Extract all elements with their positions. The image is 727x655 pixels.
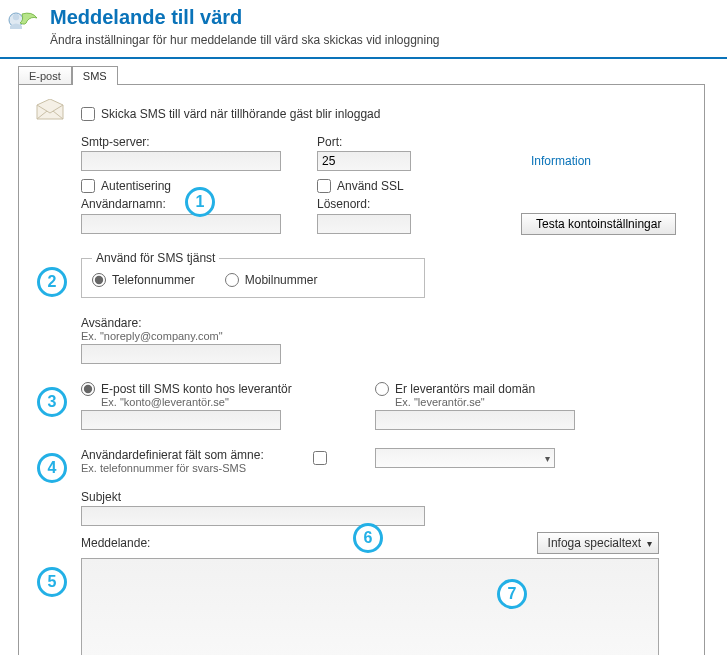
user-defined-subject-checkbox[interactable] xyxy=(313,451,327,465)
provider-mail-domain-input[interactable] xyxy=(375,410,575,430)
envelope-icon xyxy=(35,99,65,124)
chevron-down-icon: ▾ xyxy=(545,453,550,464)
use-ssl-checkbox[interactable] xyxy=(317,179,331,193)
smtp-server-input[interactable] xyxy=(81,151,281,171)
use-ssl-label: Använd SSL xyxy=(337,179,404,193)
sms-account-email-input[interactable] xyxy=(81,410,281,430)
smtp-server-label: Smtp-server: xyxy=(81,135,317,149)
tab-sms[interactable]: SMS xyxy=(72,66,118,85)
phone-number-radio-label: Telefonnummer xyxy=(112,273,195,287)
provider-mail-domain-radio[interactable] xyxy=(375,382,389,396)
annotation-7: 7 xyxy=(497,579,527,609)
username-input[interactable] xyxy=(81,214,281,234)
tab-email[interactable]: E-post xyxy=(18,66,72,85)
password-label: Lösenord: xyxy=(317,197,491,211)
user-defined-subject-label: Användardefinierat fält som ämne: xyxy=(81,448,313,462)
send-sms-checkbox[interactable] xyxy=(81,107,95,121)
tab-strip: E-post SMS xyxy=(18,65,727,84)
provider-mail-domain-hint: Ex. "leverantör.se" xyxy=(375,396,575,408)
sms-account-email-radio[interactable] xyxy=(81,382,95,396)
mobile-number-radio[interactable] xyxy=(225,273,239,287)
page-title: Meddelande till värd xyxy=(50,6,440,29)
mobile-number-radio-label: Mobilnummer xyxy=(245,273,318,287)
port-input[interactable] xyxy=(317,151,411,171)
authentication-label: Autentisering xyxy=(101,179,171,193)
sender-input[interactable] xyxy=(81,344,281,364)
page-subtitle: Ändra inställningar för hur meddelande t… xyxy=(50,33,440,47)
sender-label: Avsändare: xyxy=(81,316,686,330)
annotation-3: 3 xyxy=(37,387,67,417)
user-defined-subject-combobox[interactable]: ▾ xyxy=(375,448,555,468)
page-header: Meddelande till värd Ändra inställningar… xyxy=(0,0,727,59)
authentication-checkbox[interactable] xyxy=(81,179,95,193)
chevron-down-icon: ▾ xyxy=(647,538,652,549)
sender-hint: Ex. "noreply@company.com" xyxy=(81,330,686,342)
sms-account-email-radio-label: E-post till SMS konto hos leverantör xyxy=(101,382,292,396)
insert-special-text-button[interactable]: Infoga specialtext ▾ xyxy=(537,532,659,554)
annotation-4: 4 xyxy=(37,453,67,483)
svg-point-1 xyxy=(13,14,19,20)
subject-label: Subjekt xyxy=(81,490,686,504)
message-label: Meddelande: xyxy=(81,536,150,550)
send-sms-label: Skicka SMS till värd när tillhörande gäs… xyxy=(101,107,380,121)
annotation-6: 6 xyxy=(353,523,383,553)
port-label: Port: xyxy=(317,135,491,149)
subject-input[interactable] xyxy=(81,506,425,526)
user-defined-subject-hint: Ex. telefonnummer för svars-SMS xyxy=(81,462,313,474)
sms-settings-pane: 1 2 3 4 5 6 7 Skicka SMS till värd när t… xyxy=(18,84,705,655)
sms-service-fieldset: Använd för SMS tjänst Telefonnummer Mobi… xyxy=(81,251,425,298)
test-account-settings-button[interactable]: Testa kontoinställningar xyxy=(521,213,676,235)
message-textarea[interactable] xyxy=(81,558,659,655)
sms-service-legend: Använd för SMS tjänst xyxy=(92,251,219,265)
provider-mail-domain-radio-label: Er leverantörs mail domän xyxy=(395,382,535,396)
information-link[interactable]: Information xyxy=(531,154,591,168)
phone-number-radio[interactable] xyxy=(92,273,106,287)
annotation-2: 2 xyxy=(37,267,67,297)
password-input[interactable] xyxy=(317,214,411,234)
insert-special-text-label: Infoga specialtext xyxy=(548,536,641,550)
message-host-icon xyxy=(4,6,40,42)
sms-account-email-hint: Ex. "konto@leverantör.se" xyxy=(81,396,375,408)
annotation-1: 1 xyxy=(185,187,215,217)
annotation-5: 5 xyxy=(37,567,67,597)
